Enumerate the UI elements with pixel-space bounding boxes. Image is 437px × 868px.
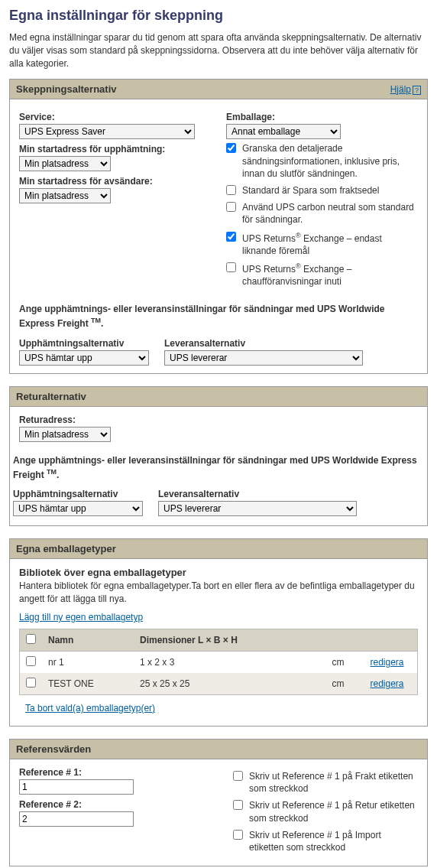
- pickup-address-label: Min startadress för upphämtning:: [19, 144, 211, 154]
- packaging-label: Emballage:: [226, 112, 418, 122]
- service-label: Service:: [19, 112, 211, 122]
- refs-header-title: Referensvärden: [16, 743, 91, 755]
- shipping-options-list: Granska den detaljerade sändningsinforma…: [226, 142, 418, 288]
- opt-returns-exchange-like-label: UPS Returns® Exchange – endast liknande …: [242, 231, 418, 257]
- help-link[interactable]: Hjälp?: [390, 84, 421, 95]
- returns-header-title: Returalternativ: [16, 391, 86, 402]
- package-edit-link[interactable]: redigera: [371, 678, 404, 689]
- shipping-header: Skeppningsalternativ Hjälp?: [10, 80, 427, 99]
- package-row-dims: 25 x 25 x 25: [134, 673, 326, 695]
- ref-print-freight-label: Skriv ut Reference # 1 på Frakt etikette…: [249, 770, 418, 795]
- table-row: TEST ONE 25 x 25 x 25 cm redigera: [20, 673, 418, 695]
- opt-save-waybill-label: Standard är Spara som fraktsedel: [242, 184, 418, 197]
- help-icon: ?: [413, 86, 421, 95]
- ref-print-import-checkbox[interactable]: [233, 830, 243, 840]
- packages-select-all-checkbox[interactable]: [26, 634, 36, 644]
- ref-print-freight-checkbox[interactable]: [233, 771, 243, 781]
- package-row-unit: cm: [326, 673, 364, 695]
- package-edit-link[interactable]: redigera: [371, 657, 404, 668]
- returns-pickup-opt-label: Upphämtningsalternativ: [13, 489, 143, 499]
- returns-delivery-opt-label: Leveransalternativ: [158, 489, 357, 499]
- shipping-panel: Skeppningsalternativ Hjälp? Service: UPS…: [9, 79, 428, 373]
- shipping-freight-note: Ange upphämtnings- eller leveransinställ…: [19, 303, 418, 330]
- opt-carbon-neutral-label: Använd UPS carbon neutral som standard f…: [242, 201, 418, 226]
- ref-print-return-label: Skriv ut Reference # 1 på Retur etikette…: [249, 799, 418, 824]
- sender-address-select[interactable]: Min platsadress: [19, 188, 111, 203]
- packages-panel: Egna emballagetyper Bibliotek över egna …: [9, 538, 428, 727]
- refs-header: Referensvärden: [10, 740, 427, 759]
- service-select[interactable]: UPS Express Saver: [19, 124, 195, 139]
- sender-address-label: Min startadress för avsändare:: [19, 176, 211, 187]
- page-title: Egna inställningar för skeppning: [9, 8, 428, 24]
- ref2-label: Reference # 2:: [19, 799, 218, 810]
- table-row: nr 1 1 x 2 x 3 cm redigera: [20, 652, 418, 674]
- ref1-input[interactable]: [19, 779, 134, 795]
- package-row-checkbox[interactable]: [26, 656, 36, 666]
- ref1-label: Reference # 1:: [19, 767, 218, 778]
- return-address-select[interactable]: Min platsadress: [19, 427, 111, 442]
- opt-returns-exchange-driver-checkbox[interactable]: [226, 262, 236, 272]
- help-link-label: Hjälp: [390, 84, 411, 95]
- package-row-dims: 1 x 2 x 3: [134, 652, 326, 674]
- packaging-select[interactable]: Annat emballage: [226, 124, 341, 139]
- return-address-label: Returadress:: [19, 414, 418, 425]
- returns-delivery-opt-select[interactable]: UPS levererar: [158, 501, 357, 516]
- package-row-name: nr 1: [42, 652, 134, 674]
- shipping-header-title: Skeppningsalternativ: [16, 83, 116, 95]
- remove-selected-packages-link[interactable]: Ta bort vald(a) emballagetyp(er): [25, 703, 155, 714]
- packages-subtext: Hantera bibliotek för egna emballagetype…: [19, 580, 418, 606]
- shipping-pickup-opt-select[interactable]: UPS hämtar upp: [19, 350, 149, 366]
- opt-returns-exchange-like-checkbox[interactable]: [226, 232, 236, 242]
- packages-header-title: Egna emballagetyper: [16, 543, 116, 554]
- packages-subhead: Bibliotek över egna emballagetyper: [19, 567, 418, 578]
- packages-col-name: Namn: [42, 629, 134, 652]
- opt-review-details-checkbox[interactable]: [226, 143, 236, 153]
- ref-print-import-label: Skriv ut Reference # 1 på Import etikett…: [249, 829, 418, 853]
- add-package-type-link[interactable]: Lägg till ny egen emballagetyp: [19, 612, 143, 623]
- package-row-unit: cm: [326, 652, 364, 674]
- opt-carbon-neutral-checkbox[interactable]: [226, 202, 236, 212]
- returns-header: Returalternativ: [10, 387, 427, 407]
- packages-col-dims: Dimensioner L × B × H: [134, 629, 326, 652]
- opt-returns-exchange-driver-label: UPS Returns® Exchange – chaufföranvisnin…: [242, 262, 418, 288]
- pickup-address-select[interactable]: Min platsadress: [19, 156, 111, 171]
- ref-print-return-checkbox[interactable]: [233, 800, 243, 810]
- ref2-input[interactable]: [19, 811, 134, 827]
- opt-review-details-label: Granska den detaljerade sändningsinforma…: [242, 142, 418, 180]
- packages-header: Egna emballagetyper: [10, 539, 427, 559]
- refs-panel: Referensvärden Reference # 1: Reference …: [9, 739, 428, 866]
- shipping-pickup-opt-label: Upphämtningsalternativ: [19, 338, 149, 349]
- shipping-delivery-opt-select[interactable]: UPS levererar: [164, 350, 363, 366]
- page-intro: Med egna inställningar sparar du tid gen…: [9, 31, 428, 70]
- returns-panel: Returalternativ Returadress: Min platsad…: [9, 386, 428, 527]
- package-row-name: TEST ONE: [42, 673, 134, 695]
- opt-save-waybill-checkbox[interactable]: [226, 185, 236, 195]
- packages-table: Namn Dimensioner L × B × H nr 1 1 x 2 x …: [19, 629, 418, 695]
- package-row-checkbox[interactable]: [26, 678, 36, 688]
- returns-freight-note: Ange upphämtnings- eller leveransinställ…: [13, 454, 424, 482]
- shipping-delivery-opt-label: Leveransalternativ: [164, 338, 363, 349]
- returns-pickup-opt-select[interactable]: UPS hämtar upp: [13, 501, 143, 516]
